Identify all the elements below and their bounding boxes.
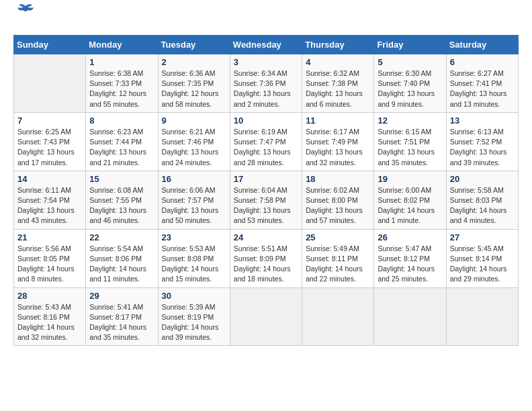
- day-number: 1: [89, 57, 154, 67]
- day-number: 21: [17, 232, 82, 242]
- calendar-cell: 25Sunrise: 5:49 AM Sunset: 8:11 PM Dayli…: [302, 229, 374, 287]
- day-number: 15: [89, 174, 154, 184]
- col-header-saturday: Saturday: [446, 36, 518, 54]
- calendar-cell: 21Sunrise: 5:56 AM Sunset: 8:05 PM Dayli…: [14, 229, 86, 287]
- day-number: 23: [162, 232, 226, 242]
- calendar-cell: 11Sunrise: 6:17 AM Sunset: 7:49 PM Dayli…: [302, 112, 374, 171]
- day-number: 19: [378, 174, 442, 184]
- calendar-cell: 22Sunrise: 5:54 AM Sunset: 8:06 PM Dayli…: [86, 229, 158, 287]
- col-header-sunday: Sunday: [14, 36, 86, 54]
- calendar-cell: 23Sunrise: 5:53 AM Sunset: 8:08 PM Dayli…: [158, 229, 230, 287]
- calendar-cell: 17Sunrise: 6:04 AM Sunset: 7:58 PM Dayli…: [230, 171, 302, 229]
- cell-info: Sunrise: 6:08 AM Sunset: 7:55 PM Dayligh…: [89, 185, 154, 226]
- week-row-1: 1Sunrise: 6:38 AM Sunset: 7:33 PM Daylig…: [14, 54, 519, 113]
- day-number: 7: [17, 116, 82, 126]
- day-number: 2: [162, 57, 226, 67]
- logo-bird-icon: [16, 3, 35, 18]
- calendar-cell: 12Sunrise: 6:15 AM Sunset: 7:51 PM Dayli…: [374, 112, 446, 171]
- cell-info: Sunrise: 6:32 AM Sunset: 7:38 PM Dayligh…: [306, 68, 370, 109]
- page-header: [13, 13, 519, 28]
- cell-info: Sunrise: 6:11 AM Sunset: 7:54 PM Dayligh…: [17, 185, 82, 226]
- calendar-cell: 24Sunrise: 5:51 AM Sunset: 8:09 PM Dayli…: [230, 229, 302, 287]
- calendar-cell: 18Sunrise: 6:02 AM Sunset: 8:00 PM Dayli…: [302, 171, 374, 229]
- day-number: 24: [234, 232, 298, 242]
- day-number: 6: [450, 57, 515, 67]
- cell-info: Sunrise: 6:19 AM Sunset: 7:47 PM Dayligh…: [234, 127, 298, 168]
- day-number: 11: [306, 116, 370, 126]
- day-number: 12: [378, 116, 442, 126]
- calendar-cell: 30Sunrise: 5:39 AM Sunset: 8:19 PM Dayli…: [158, 287, 230, 346]
- cell-info: Sunrise: 5:49 AM Sunset: 8:11 PM Dayligh…: [306, 244, 370, 285]
- cell-info: Sunrise: 6:06 AM Sunset: 7:57 PM Dayligh…: [162, 185, 226, 226]
- day-number: 27: [450, 232, 515, 242]
- cell-info: Sunrise: 5:41 AM Sunset: 8:17 PM Dayligh…: [89, 302, 154, 343]
- calendar-cell: 15Sunrise: 6:08 AM Sunset: 7:55 PM Dayli…: [86, 171, 158, 229]
- calendar-cell: 20Sunrise: 5:58 AM Sunset: 8:03 PM Dayli…: [446, 171, 518, 229]
- cell-info: Sunrise: 5:54 AM Sunset: 8:06 PM Dayligh…: [89, 244, 154, 285]
- calendar-cell: 6Sunrise: 6:27 AM Sunset: 7:41 PM Daylig…: [446, 54, 518, 113]
- cell-info: Sunrise: 6:30 AM Sunset: 7:40 PM Dayligh…: [378, 68, 442, 109]
- day-number: 4: [306, 57, 370, 67]
- calendar-cell: [230, 287, 302, 346]
- day-number: 14: [17, 174, 82, 184]
- day-number: 26: [378, 232, 442, 242]
- day-number: 29: [89, 291, 154, 301]
- calendar-cell: 13Sunrise: 6:13 AM Sunset: 7:52 PM Dayli…: [446, 112, 518, 171]
- day-number: 3: [234, 57, 298, 67]
- calendar-cell: 2Sunrise: 6:36 AM Sunset: 7:35 PM Daylig…: [158, 54, 230, 113]
- day-number: 13: [450, 116, 515, 126]
- col-header-friday: Friday: [374, 36, 446, 54]
- day-number: 9: [162, 116, 226, 126]
- cell-info: Sunrise: 6:17 AM Sunset: 7:49 PM Dayligh…: [306, 127, 370, 168]
- calendar-cell: 14Sunrise: 6:11 AM Sunset: 7:54 PM Dayli…: [14, 171, 86, 229]
- calendar-cell: 27Sunrise: 5:45 AM Sunset: 8:14 PM Dayli…: [446, 229, 518, 287]
- calendar-cell: 9Sunrise: 6:21 AM Sunset: 7:46 PM Daylig…: [158, 112, 230, 171]
- header-row: SundayMondayTuesdayWednesdayThursdayFrid…: [14, 36, 519, 54]
- cell-info: Sunrise: 6:02 AM Sunset: 8:00 PM Dayligh…: [306, 185, 370, 226]
- cell-info: Sunrise: 6:34 AM Sunset: 7:36 PM Dayligh…: [234, 68, 298, 109]
- cell-info: Sunrise: 6:38 AM Sunset: 7:33 PM Dayligh…: [89, 68, 154, 109]
- day-number: 16: [162, 174, 226, 184]
- cell-info: Sunrise: 5:53 AM Sunset: 8:08 PM Dayligh…: [162, 244, 226, 285]
- week-row-3: 14Sunrise: 6:11 AM Sunset: 7:54 PM Dayli…: [14, 171, 519, 229]
- day-number: 8: [89, 116, 154, 126]
- cell-info: Sunrise: 5:45 AM Sunset: 8:14 PM Dayligh…: [450, 244, 515, 285]
- calendar-cell: [14, 54, 86, 113]
- cell-info: Sunrise: 6:15 AM Sunset: 7:51 PM Dayligh…: [378, 127, 442, 168]
- cell-info: Sunrise: 5:58 AM Sunset: 8:03 PM Dayligh…: [450, 185, 515, 226]
- calendar-table: SundayMondayTuesdayWednesdayThursdayFrid…: [13, 35, 519, 346]
- col-header-wednesday: Wednesday: [230, 36, 302, 54]
- col-header-tuesday: Tuesday: [158, 36, 230, 54]
- calendar-cell: [374, 287, 446, 346]
- col-header-monday: Monday: [86, 36, 158, 54]
- calendar-cell: 28Sunrise: 5:43 AM Sunset: 8:16 PM Dayli…: [14, 287, 86, 346]
- day-number: 22: [89, 232, 154, 242]
- calendar-cell: 16Sunrise: 6:06 AM Sunset: 7:57 PM Dayli…: [158, 171, 230, 229]
- day-number: 18: [306, 174, 370, 184]
- calendar-cell: 1Sunrise: 6:38 AM Sunset: 7:33 PM Daylig…: [86, 54, 158, 113]
- cell-info: Sunrise: 6:21 AM Sunset: 7:46 PM Dayligh…: [162, 127, 226, 168]
- cell-info: Sunrise: 6:23 AM Sunset: 7:44 PM Dayligh…: [89, 127, 154, 168]
- calendar-cell: 29Sunrise: 5:41 AM Sunset: 8:17 PM Dayli…: [86, 287, 158, 346]
- calendar-cell: 19Sunrise: 6:00 AM Sunset: 8:02 PM Dayli…: [374, 171, 446, 229]
- calendar-cell: 26Sunrise: 5:47 AM Sunset: 8:12 PM Dayli…: [374, 229, 446, 287]
- calendar-cell: 4Sunrise: 6:32 AM Sunset: 7:38 PM Daylig…: [302, 54, 374, 113]
- cell-info: Sunrise: 6:36 AM Sunset: 7:35 PM Dayligh…: [162, 68, 226, 109]
- day-number: 5: [378, 57, 442, 67]
- calendar-cell: 8Sunrise: 6:23 AM Sunset: 7:44 PM Daylig…: [86, 112, 158, 171]
- cell-info: Sunrise: 6:04 AM Sunset: 7:58 PM Dayligh…: [234, 185, 298, 226]
- cell-info: Sunrise: 5:56 AM Sunset: 8:05 PM Dayligh…: [17, 244, 82, 285]
- day-number: 25: [306, 232, 370, 242]
- calendar-cell: 7Sunrise: 6:25 AM Sunset: 7:43 PM Daylig…: [14, 112, 86, 171]
- cell-info: Sunrise: 5:51 AM Sunset: 8:09 PM Dayligh…: [234, 244, 298, 285]
- cell-info: Sunrise: 5:47 AM Sunset: 8:12 PM Dayligh…: [378, 244, 442, 285]
- day-number: 28: [17, 291, 82, 301]
- col-header-thursday: Thursday: [302, 36, 374, 54]
- day-number: 30: [162, 291, 226, 301]
- week-row-5: 28Sunrise: 5:43 AM Sunset: 8:16 PM Dayli…: [14, 287, 519, 346]
- cell-info: Sunrise: 5:43 AM Sunset: 8:16 PM Dayligh…: [17, 302, 82, 343]
- week-row-2: 7Sunrise: 6:25 AM Sunset: 7:43 PM Daylig…: [14, 112, 519, 171]
- day-number: 10: [234, 116, 298, 126]
- day-number: 17: [234, 174, 298, 184]
- day-number: 20: [450, 174, 515, 184]
